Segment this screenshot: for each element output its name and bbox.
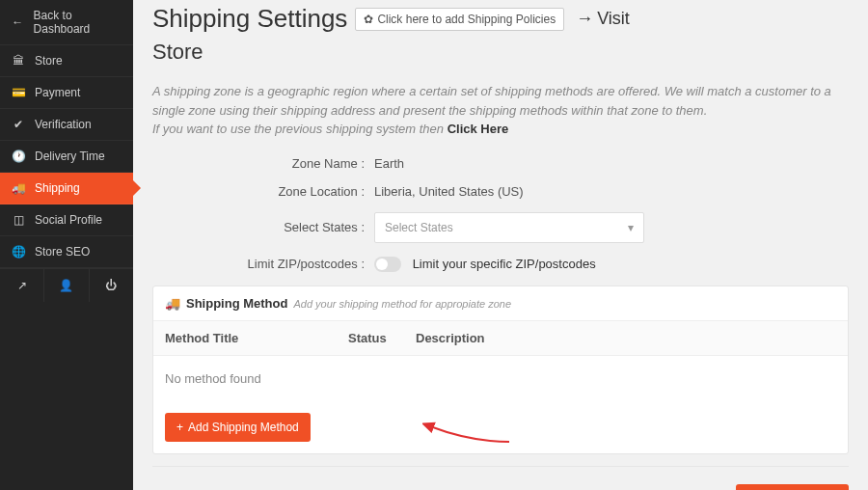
zone-name-value: Earth: [374, 156, 404, 171]
chevron-down-icon: ▾: [628, 221, 634, 234]
gear-icon: ✿: [364, 13, 373, 26]
arrow-left-icon: ←: [12, 15, 24, 29]
sidebar-item-label: Back to Dashboard: [34, 9, 122, 36]
sidebar: ← Back to Dashboard 🏛 Store 💳 Payment ✔ …: [0, 0, 133, 490]
zone-location-value: Liberia, United States (US): [374, 184, 524, 199]
globe-icon: 🌐: [12, 245, 25, 259]
sidebar-item-payment[interactable]: 💳 Payment: [0, 77, 133, 109]
user-icon: 👤: [59, 279, 73, 292]
subtitle: Store: [152, 40, 849, 65]
sidebar-item-delivery-time[interactable]: 🕐 Delivery Time: [0, 141, 133, 173]
zone-name-row: Zone Name : Earth: [152, 156, 849, 171]
shipping-method-panel: 🚚 Shipping Method Add your shipping meth…: [152, 286, 849, 454]
select-states-label: Select States :: [152, 220, 374, 234]
add-shipping-method-button[interactable]: + Add Shipping Method: [165, 413, 311, 442]
truck-icon: 🚚: [12, 181, 25, 195]
panel-title: Shipping Method: [186, 296, 287, 311]
arrow-right-icon: →: [576, 9, 593, 29]
limit-zip-control: Limit your specific ZIP/postcodes: [374, 257, 596, 273]
external-link-icon: ↗: [17, 279, 27, 292]
panel-hint: Add your shipping method for appropiate …: [293, 298, 511, 310]
zone-location-row: Zone Location : Liberia, United States (…: [152, 184, 849, 199]
col-method-title: Method Title: [165, 331, 348, 345]
sidebar-item-label: Delivery Time: [35, 150, 105, 163]
sidebar-item-back[interactable]: ← Back to Dashboard: [0, 0, 133, 45]
share-icon: ◫: [12, 213, 25, 227]
sidebar-item-store[interactable]: 🏛 Store: [0, 45, 133, 77]
external-link-button[interactable]: ↗: [0, 269, 44, 302]
footer-row: ← Back to Zone List Save Changes: [152, 466, 849, 490]
table-header: Method Title Status Description: [153, 321, 848, 356]
click-here-link[interactable]: Click Here: [448, 122, 509, 136]
limit-zip-row: Limit ZIP/postcodes : Limit your specifi…: [152, 257, 849, 273]
select-placeholder: Select States: [385, 221, 453, 234]
user-button[interactable]: 👤: [44, 269, 89, 302]
zone-description: A shipping zone is a geographic region w…: [152, 82, 849, 120]
sidebar-item-verification[interactable]: ✔ Verification: [0, 109, 133, 141]
credit-card-icon: 💳: [12, 86, 25, 99]
zone-location-label: Zone Location :: [152, 184, 374, 199]
link-label: Visit: [597, 9, 630, 29]
limit-zip-text: Limit your specific ZIP/postcodes: [413, 257, 596, 271]
select-states-dropdown[interactable]: Select States ▾: [374, 212, 644, 243]
button-label: Add Shipping Method: [188, 421, 299, 434]
sidebar-item-label: Verification: [35, 118, 92, 131]
clock-icon: 🕐: [12, 150, 25, 163]
plus-icon: +: [176, 421, 183, 434]
visit-link[interactable]: → Visit: [576, 9, 630, 29]
limit-zip-toggle[interactable]: [374, 257, 401, 272]
sidebar-item-shipping[interactable]: 🚚 Shipping: [0, 173, 133, 204]
save-changes-button[interactable]: Save Changes: [736, 484, 849, 490]
shipping-policies-button[interactable]: ✿ Click here to add Shipping Policies: [355, 8, 564, 31]
sidebar-item-label: Store SEO: [35, 245, 90, 259]
main-content: Shipping Settings ✿ Click here to add Sh…: [133, 0, 868, 490]
sidebar-bottom-bar: ↗ 👤 ⏻: [0, 268, 133, 302]
store-icon: 🏛: [12, 54, 25, 68]
select-states-row: Select States : Select States ▾: [152, 212, 849, 243]
sidebar-item-label: Store: [35, 54, 63, 68]
limit-zip-label: Limit ZIP/postcodes :: [152, 257, 374, 271]
truck-icon: 🚚: [165, 296, 180, 311]
sidebar-item-label: Shipping: [35, 181, 80, 195]
page-title: Shipping Settings: [152, 4, 347, 34]
sidebar-item-social-profile[interactable]: ◫ Social Profile: [0, 204, 133, 236]
col-description: Description: [416, 331, 485, 345]
col-status: Status: [348, 331, 416, 345]
zone-form: Zone Name : Earth Zone Location : Liberi…: [152, 156, 849, 273]
sidebar-item-store-seo[interactable]: 🌐 Store SEO: [0, 236, 133, 268]
panel-footer: + Add Shipping Method: [153, 401, 848, 453]
sidebar-item-label: Payment: [35, 86, 80, 99]
power-button[interactable]: ⏻: [90, 269, 133, 302]
no-method-row: No method found: [153, 356, 848, 401]
sidebar-item-label: Social Profile: [35, 213, 102, 227]
fallback-description: If you want to use the previous shipping…: [152, 120, 849, 139]
panel-header: 🚚 Shipping Method Add your shipping meth…: [153, 286, 848, 321]
button-label: Click here to add Shipping Policies: [377, 13, 556, 26]
page-header: Shipping Settings ✿ Click here to add Sh…: [152, 0, 849, 34]
zone-name-label: Zone Name :: [152, 156, 374, 171]
check-icon: ✔: [12, 118, 25, 131]
power-icon: ⏻: [105, 279, 117, 292]
